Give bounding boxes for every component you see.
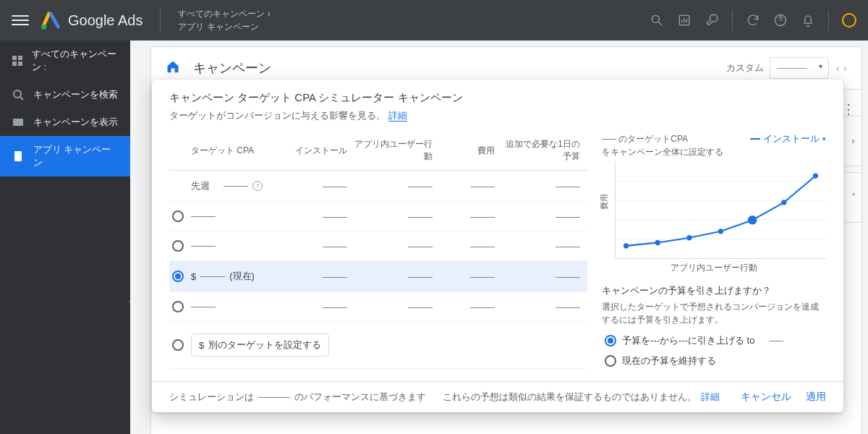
cpa-simulator-modal: キャンペーン ターゲット CPA シミュレーター キャンペーン ターゲットがコン…	[152, 80, 843, 412]
overflow-menu-icon[interactable]: ⋮	[842, 101, 855, 117]
svg-rect-6	[12, 61, 17, 66]
topbar-actions	[650, 10, 856, 30]
search-icon[interactable]	[650, 13, 664, 27]
set-alt-target-button[interactable]: $ 別のターゲットを設定する	[191, 333, 329, 357]
table-row[interactable]	[169, 202, 587, 231]
col-cost: 費用	[440, 145, 502, 157]
budget-question-title: キャンペーンの予算を引き上げますか？	[602, 284, 826, 297]
display-icon	[12, 116, 25, 129]
top-bar: Google Ads すべてのキャンペーン アプリ キャンペーン	[0, 0, 868, 41]
chart-x-label: アプリ内ユーザー行動	[602, 262, 826, 274]
chart-panel: のターゲットCPA をキャンペーン全体に設定する インストール 費用 アプリ内ユ…	[602, 132, 826, 381]
menu-icon[interactable]	[12, 12, 29, 29]
page-title: キャンペーン	[193, 59, 726, 77]
svg-point-14	[718, 229, 723, 234]
currency-symbol: $	[191, 271, 196, 282]
svg-rect-4	[12, 56, 17, 60]
svg-point-15	[748, 216, 757, 224]
breadcrumb-parent[interactable]: すべてのキャンペーン	[178, 7, 270, 20]
col-installs: インストール	[284, 145, 354, 157]
home-icon[interactable]	[166, 59, 180, 77]
simulator-table: ターゲット CPA インストール アプリ内ユーザー行動 費用 追加で必要な1日の…	[169, 132, 587, 381]
app-icon	[12, 150, 25, 163]
row-radio[interactable]	[172, 339, 184, 351]
svg-point-12	[655, 240, 660, 245]
svg-rect-5	[18, 56, 22, 60]
svg-point-17	[813, 173, 818, 178]
tools-icon[interactable]	[705, 13, 719, 27]
side-panel-toggle[interactable]: ˄	[845, 172, 862, 223]
modal-title: キャンペーン ターゲット CPA シミュレーター キャンペーン	[169, 91, 826, 105]
modal-subtitle: ターゲットがコンバージョンに与える影響を見る。 詳細	[169, 109, 826, 122]
col-target-cpa: ターゲット CPA	[191, 145, 284, 157]
chart-head-text: のターゲットCPA をキャンペーン全体に設定する	[602, 132, 723, 158]
simulator-chart: 費用	[615, 161, 826, 259]
svg-point-16	[781, 200, 786, 205]
help-icon[interactable]	[773, 13, 788, 27]
side-panels: › ˄	[845, 116, 862, 412]
footer-details-link[interactable]: 詳細	[701, 391, 720, 404]
row-radio[interactable]	[172, 271, 184, 282]
date-prev-icon[interactable]: ‹	[836, 62, 840, 74]
date-next-icon[interactable]: ›	[843, 62, 847, 74]
date-range-label: カスタム	[726, 61, 764, 75]
budget-radio[interactable]	[605, 355, 616, 367]
nav-app-campaigns[interactable]: アプリ キャンペーン	[0, 136, 130, 176]
chart-y-label: 費用	[599, 194, 610, 210]
row-radio[interactable]	[172, 210, 184, 222]
notifications-icon[interactable]	[801, 13, 815, 27]
search-small-icon	[12, 88, 25, 101]
svg-rect-9	[13, 119, 23, 126]
svg-point-13	[686, 235, 692, 240]
budget-radio[interactable]	[605, 335, 616, 346]
svg-point-1	[652, 15, 659, 22]
nav-label: キャンペーンを表示	[33, 116, 118, 129]
table-header-row: ターゲット CPA インストール アプリ内ユーザー行動 費用 追加で必要な1日の…	[169, 132, 587, 171]
modal-footer: シミュレーションは のパフォーマンスに基づきます これらの予想は類似の結果を保証…	[152, 381, 843, 412]
chart-metric-select[interactable]: インストール	[750, 132, 826, 145]
side-panel-toggle[interactable]: ›	[845, 116, 862, 166]
table-row-current[interactable]: $ (現在)	[169, 261, 587, 292]
svg-point-8	[14, 90, 21, 98]
product-logo[interactable]: Google Ads	[41, 10, 142, 30]
svg-point-0	[41, 25, 46, 30]
budget-question: キャンペーンの予算を引き上げますか？ 選択したターゲットで予想されるコンバージョ…	[602, 284, 826, 371]
divider	[732, 10, 733, 30]
nav-all-campaigns[interactable]: すべてのキャンペーン :	[0, 41, 130, 81]
divider	[828, 10, 829, 30]
table-row[interactable]	[169, 231, 587, 261]
nav-display-campaigns[interactable]: キャンペーンを表示	[0, 109, 130, 136]
nav-search-campaigns[interactable]: キャンペーンを検索	[0, 81, 130, 109]
reports-icon[interactable]	[677, 13, 692, 27]
table-row-custom[interactable]: $ 別のターゲットを設定する	[169, 322, 587, 369]
row-radio[interactable]	[172, 240, 184, 252]
table-row[interactable]	[169, 292, 587, 322]
breadcrumb-current[interactable]: アプリ キャンペーン	[178, 20, 270, 33]
grid-icon	[12, 54, 23, 67]
svg-rect-7	[18, 61, 22, 66]
cancel-button[interactable]: キャンセル	[741, 391, 791, 404]
current-suffix: (現在)	[229, 270, 255, 283]
avatar[interactable]	[842, 13, 856, 27]
budget-option-raise[interactable]: 予算を---から---に引き上げる to	[602, 331, 826, 351]
ads-logo-icon	[41, 10, 61, 30]
nav-label: キャンペーンを検索	[33, 88, 118, 101]
budget-question-desc: 選択したターゲットで予想されるコンバージョンを達成するには予算を引き上げます。	[602, 300, 826, 326]
breadcrumb[interactable]: すべてのキャンペーン アプリ キャンペーン	[160, 7, 270, 33]
row-last-week: 先週 ?	[169, 171, 587, 202]
svg-rect-10	[14, 151, 22, 161]
nav-label: アプリ キャンペーン	[33, 143, 119, 169]
row-radio[interactable]	[172, 301, 184, 312]
product-name: Google Ads	[68, 12, 142, 29]
help-icon[interactable]: ?	[252, 181, 263, 191]
svg-point-11	[624, 243, 629, 248]
nav-label: すべてのキャンペーン :	[32, 48, 119, 74]
modal-learn-more-link[interactable]: 詳細	[388, 110, 407, 122]
col-in-app: アプリ内ユーザー行動	[354, 138, 440, 163]
date-range-picker[interactable]	[770, 57, 829, 79]
budget-option-keep[interactable]: 現在の予算を維持する	[602, 351, 826, 371]
left-nav: すべてのキャンペーン : キャンペーンを検索 キャンペーンを表示 アプリ キャン…	[0, 41, 130, 434]
last-week-label: 先週	[191, 179, 210, 192]
refresh-icon[interactable]	[746, 13, 760, 27]
apply-button[interactable]: 適用	[806, 391, 826, 404]
